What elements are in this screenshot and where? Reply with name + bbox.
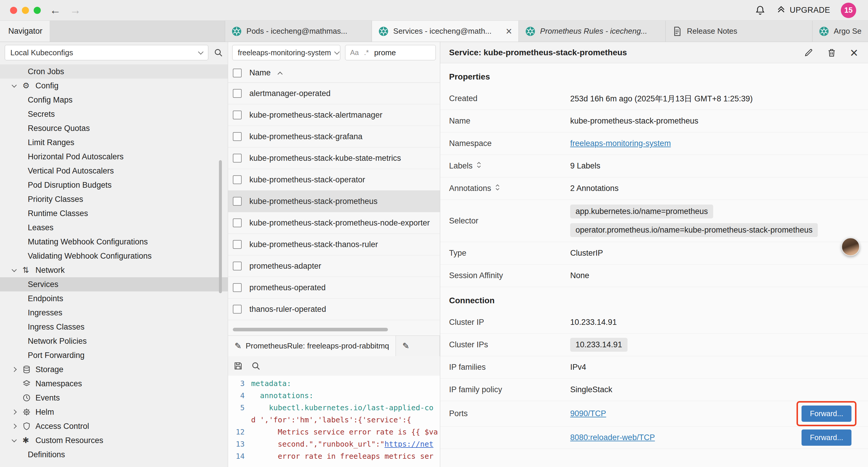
namespace-link[interactable]: freeleaps-monitoring-system <box>570 139 671 148</box>
sidebar-item-resource-quotas[interactable]: Resource Quotas <box>0 121 228 135</box>
tab-services-icecheng-math[interactable]: Services - icecheng@math...× <box>372 21 519 42</box>
select-all-checkbox[interactable] <box>233 68 242 78</box>
regex-toggle[interactable]: .* <box>364 49 369 57</box>
notification-count-badge[interactable]: 15 <box>841 3 856 18</box>
row-checkbox[interactable] <box>233 89 242 98</box>
table-row[interactable]: kube-prometheus-stack-operator <box>228 169 440 191</box>
row-checkbox[interactable] <box>233 240 242 249</box>
close-tab-icon[interactable]: × <box>506 26 512 37</box>
sidebar-item-pod-disruption-budgets[interactable]: Pod Disruption Budgets <box>0 178 228 192</box>
sidebar-item-label: Mutating Webhook Configurations <box>28 237 148 246</box>
close-drawer-icon[interactable]: × <box>850 46 858 59</box>
sidebar-item-runtime-classes[interactable]: Runtime Classes <box>0 206 228 221</box>
sidebar-item-validating-webhook-configurations[interactable]: Validating Webhook Configurations <box>0 249 228 263</box>
maximize-window-button[interactable] <box>34 7 41 14</box>
sidebar-item-config-maps[interactable]: Config Maps <box>0 93 228 107</box>
horizontal-scrollbar[interactable] <box>233 328 388 331</box>
table-row[interactable]: prometheus-adapter <box>228 255 440 277</box>
chevron-down-icon[interactable] <box>12 267 17 272</box>
forward-button[interactable]: Forward... <box>802 406 851 422</box>
user-avatar[interactable] <box>841 238 860 256</box>
row-checkbox[interactable] <box>233 132 242 141</box>
sidebar-item-namespaces[interactable]: Namespaces <box>0 377 228 391</box>
sidebar-item-endpoints[interactable]: Endpoints <box>0 291 228 305</box>
sidebar-item-services[interactable]: Services <box>0 277 228 291</box>
port-link[interactable]: 8080:reloader-web/TCP <box>570 433 655 442</box>
row-checkbox[interactable] <box>233 175 242 184</box>
table-row[interactable]: kube-prometheus-stack-kube-state-metrics <box>228 147 440 169</box>
sidebar-item-cron-jobs[interactable]: Cron Jobs <box>0 64 228 79</box>
sidebar-item-secrets[interactable]: Secrets <box>0 107 228 121</box>
sidebar-item-limit-ranges[interactable]: Limit Ranges <box>0 135 228 150</box>
sidebar-item-config[interactable]: ⚙Config <box>0 79 228 93</box>
editor-line: 13 second.","runbook_url":"https://net <box>228 438 440 450</box>
sidebar-item-custom-resources[interactable]: ✱Custom Resources <box>0 433 228 447</box>
tab-prometheus-rules-icecheng[interactable]: Prometheus Rules - icecheng... <box>519 21 665 42</box>
row-checkbox[interactable] <box>233 197 242 206</box>
sidebar-item-ingresses[interactable]: Ingresses <box>0 305 228 320</box>
row-checkbox[interactable] <box>233 154 242 163</box>
sidebar-item-horizontal-pod-autoscalers[interactable]: Horizontal Pod Autoscalers <box>0 150 228 164</box>
table-row[interactable]: kube-prometheus-stack-alertmanager <box>228 104 440 126</box>
minimize-window-button[interactable] <box>22 7 29 14</box>
editor-tab-partial[interactable]: ✎ <box>396 336 440 356</box>
kubeconfig-select[interactable]: Local Kubeconfigs <box>5 45 208 60</box>
tab-release-notes[interactable]: Release Notes <box>665 21 812 42</box>
table-row[interactable]: kube-prometheus-stack-thanos-ruler <box>228 234 440 255</box>
match-case-toggle[interactable]: Aa <box>350 49 359 57</box>
forward-button[interactable]: → <box>70 4 81 17</box>
table-row[interactable]: thanos-ruler-operated <box>228 298 440 320</box>
back-button[interactable]: ← <box>50 4 61 17</box>
table-row[interactable]: kube-prometheus-stack-prometheus-node-ex… <box>228 212 440 234</box>
delete-resource-icon[interactable] <box>827 48 836 57</box>
navigator-search-icon[interactable] <box>214 48 223 57</box>
sidebar-item-helm[interactable]: Helm <box>0 405 228 419</box>
name-column-header[interactable]: Name <box>249 68 271 78</box>
navigator-panel-tab[interactable]: Navigator <box>0 21 50 42</box>
sidebar-item-priority-classes[interactable]: Priority Classes <box>0 192 228 206</box>
row-checkbox[interactable] <box>233 283 242 292</box>
sidebar-item-ingress-classes[interactable]: Ingress Classes <box>0 320 228 334</box>
row-checkbox[interactable] <box>233 262 242 270</box>
tab-argo-se[interactable]: Argo Se <box>812 21 868 42</box>
sidebar-item-label: Validating Webhook Configurations <box>28 252 152 261</box>
chevron-right-icon[interactable] <box>12 424 17 429</box>
notifications-bell-icon[interactable] <box>755 5 766 16</box>
editor-search-icon[interactable] <box>251 361 260 371</box>
forward-button[interactable]: Forward... <box>802 430 851 446</box>
table-row[interactable]: alertmanager-operated <box>228 83 440 104</box>
port-link[interactable]: 9090/TCP <box>570 409 606 418</box>
save-icon[interactable] <box>234 361 243 371</box>
table-row[interactable]: prometheus-operated <box>228 277 440 298</box>
sidebar-item-network-policies[interactable]: Network Policies <box>0 334 228 348</box>
table-row[interactable]: kube-prometheus-stack-grafana <box>228 126 440 147</box>
chevron-right-icon[interactable] <box>12 410 17 415</box>
navigator-scrollbar[interactable] <box>219 160 222 293</box>
sidebar-item-network[interactable]: ⇅Network <box>0 263 228 277</box>
tab-pods-icecheng-mathmas[interactable]: Pods - icecheng@mathmas... <box>225 21 372 42</box>
row-checkbox[interactable] <box>233 218 242 227</box>
sidebar-item-vertical-pod-autoscalers[interactable]: Vertical Pod Autoscalers <box>0 164 228 178</box>
search-input[interactable]: Aa .* prome <box>345 45 436 60</box>
sidebar-item-storage[interactable]: Storage <box>0 362 228 377</box>
chevron-down-icon[interactable] <box>12 437 17 442</box>
expand-collapse-icon[interactable] <box>495 183 500 193</box>
close-window-button[interactable] <box>10 7 17 14</box>
sidebar-item-events[interactable]: Events <box>0 391 228 405</box>
table-row[interactable]: kube-prometheus-stack-prometheus <box>228 191 440 212</box>
row-checkbox[interactable] <box>233 305 242 314</box>
row-checkbox[interactable] <box>233 111 242 119</box>
sidebar-item-leases[interactable]: Leases <box>0 221 228 235</box>
edit-resource-icon[interactable] <box>804 48 813 57</box>
namespace-select[interactable]: freeleaps-monitoring-system <box>232 45 340 60</box>
sidebar-item-mutating-webhook-configurations[interactable]: Mutating Webhook Configurations <box>0 235 228 249</box>
sidebar-item-definitions[interactable]: Definitions <box>0 447 228 462</box>
editor-tab-prometheusrule[interactable]: ✎ PrometheusRule: freeleaps-prod-rabbitm… <box>228 336 396 356</box>
expand-collapse-icon[interactable] <box>476 161 482 171</box>
yaml-editor[interactable]: 3metadata:4 annotations:5 kubectl.kubern… <box>228 376 440 467</box>
sidebar-item-access-control[interactable]: Access Control <box>0 419 228 433</box>
sidebar-item-port-forwarding[interactable]: Port Forwarding <box>0 348 228 362</box>
chevron-right-icon[interactable] <box>12 367 17 372</box>
chevron-down-icon[interactable] <box>12 83 17 87</box>
upgrade-button[interactable]: UPGRADE <box>776 4 830 16</box>
